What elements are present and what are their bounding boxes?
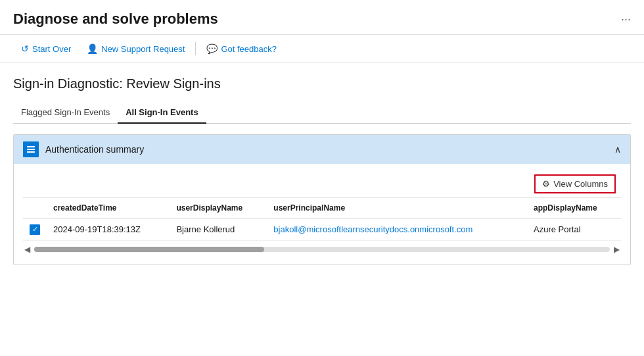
row-checkbox-cell[interactable]: ✓: [23, 218, 47, 241]
row-app-display-name: Azure Portal: [527, 218, 621, 241]
main-content: Sign-in Diagnostic: Review Sign-ins Flag…: [0, 63, 644, 265]
section-title: Sign-in Diagnostic: Review Sign-ins: [13, 76, 631, 91]
tabs-container: Flagged Sign-In Events All Sign-In Event…: [13, 102, 631, 124]
tab-all-signin-events[interactable]: All Sign-In Events: [118, 102, 206, 124]
new-support-request-button[interactable]: 👤 New Support Request: [79, 40, 193, 57]
row-checkbox-checked[interactable]: ✓: [30, 224, 40, 235]
col-user-principal-name: userPrincipalName: [267, 198, 527, 218]
got-feedback-label: Got feedback?: [221, 44, 277, 54]
signin-table: createdDateTime userDisplayName userPrin…: [23, 198, 621, 241]
toolbar: ↺ Start Over 👤 New Support Request 💬 Got…: [0, 35, 644, 63]
more-options-icon[interactable]: ···: [621, 13, 631, 26]
svg-rect-0: [27, 146, 35, 147]
feedback-icon: 💬: [206, 43, 218, 54]
scroll-left-arrow[interactable]: ◀: [23, 243, 32, 255]
horizontal-scrollbar: ◀ ▶: [23, 241, 621, 258]
row-user-display-name: Bjarne Kollerud: [170, 218, 267, 241]
table-container: createdDateTime userDisplayName userPrin…: [23, 198, 621, 258]
start-over-label: Start Over: [32, 44, 71, 54]
start-over-button[interactable]: ↺ Start Over: [13, 40, 79, 57]
row-email-link[interactable]: bjakoll@microsoftlearnsecuritydocs.onmic…: [273, 224, 472, 234]
col-checkbox: [23, 198, 47, 218]
row-user-principal-name: bjakoll@microsoftlearnsecuritydocs.onmic…: [267, 218, 527, 241]
got-feedback-button[interactable]: 💬 Got feedback?: [198, 40, 285, 57]
scrollbar-track[interactable]: [34, 247, 610, 252]
view-columns-row: ⚙ View Columns: [23, 170, 621, 198]
col-user-display-name: userDisplayName: [170, 198, 267, 218]
page-title: Diagnose and solve problems: [13, 11, 614, 28]
panel-body: ⚙ View Columns createdDateTime userDispl…: [14, 164, 630, 265]
col-created-datetime: createdDateTime: [47, 198, 170, 218]
table-row: ✓ 2024-09-19T18:39:13Z Bjarne Kollerud b…: [23, 218, 621, 241]
panel-header-icon: [23, 141, 39, 157]
view-columns-label: View Columns: [553, 179, 608, 189]
refresh-icon: ↺: [21, 43, 29, 54]
scroll-right-arrow[interactable]: ▶: [612, 243, 621, 255]
svg-rect-2: [27, 151, 35, 153]
panel-header-title: Authentication summary: [45, 144, 144, 155]
tab-flagged-signin-events[interactable]: Flagged Sign-In Events: [13, 102, 118, 124]
row-created-datetime: 2024-09-19T18:39:13Z: [47, 218, 170, 241]
scrollbar-thumb[interactable]: [34, 247, 264, 252]
view-columns-button[interactable]: ⚙ View Columns: [534, 174, 616, 193]
col-app-display-name: appDisplayName: [527, 198, 621, 218]
new-support-request-label: New Support Request: [101, 44, 185, 54]
authentication-panel: Authentication summary ∧ ⚙ View Columns …: [13, 134, 631, 265]
panel-header: Authentication summary ∧: [14, 135, 630, 164]
page-header: Diagnose and solve problems ···: [0, 0, 644, 35]
panel-collapse-chevron[interactable]: ∧: [614, 144, 621, 155]
svg-rect-1: [27, 149, 35, 150]
table-header-row: createdDateTime userDisplayName userPrin…: [23, 198, 621, 218]
panel-header-left: Authentication summary: [23, 141, 144, 157]
gear-icon: ⚙: [542, 179, 550, 189]
support-icon: 👤: [87, 43, 98, 54]
toolbar-divider: [195, 42, 196, 55]
